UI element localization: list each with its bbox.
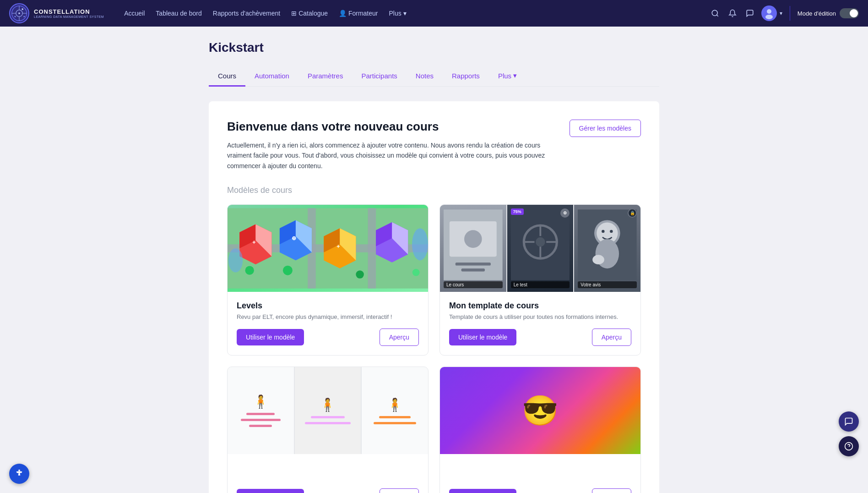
bottom-preview-1: 🧍 🧍 🧍 — [228, 367, 428, 454]
figure-icon: 🧍 — [253, 394, 269, 409]
svg-rect-17 — [368, 208, 376, 289]
manage-models-button[interactable]: Gérer les modèles — [570, 120, 641, 137]
chevron-down-icon: ▾ — [780, 10, 782, 16]
svg-text:+: + — [252, 239, 255, 246]
welcome-description: Actuellement, il n'y a rien ici, alors c… — [227, 140, 557, 171]
template-preview-button[interactable]: Aperçu — [592, 329, 631, 346]
nav-tableau[interactable]: Tableau de bord — [151, 7, 206, 20]
panel-cours-label: Le cours — [444, 281, 503, 288]
mode-edition: Mode d'édition — [797, 8, 859, 18]
tab-rapports[interactable]: Rapports — [443, 66, 489, 87]
card4-actions: Utiliser le modèle Aperçu — [449, 488, 631, 493]
grid-icon: ⊞ — [291, 10, 297, 17]
tab-automation[interactable]: Automation — [245, 66, 298, 87]
template-name: Mon template de cours — [449, 301, 631, 311]
card4-body: Utiliser le modèle Aperçu — [440, 454, 640, 493]
card3-preview-button[interactable]: Aperçu — [380, 488, 419, 493]
bp-panel-2: 🧍 — [295, 367, 361, 454]
template-panels: Le cours 75% ⚙ — [440, 205, 640, 292]
percent-badge: 75% — [511, 208, 524, 215]
card3-name — [237, 463, 419, 471]
svg-rect-43 — [461, 268, 485, 271]
svg-point-7 — [22, 8, 23, 10]
model-card-levels: + ⊕ + Levels Revu par ELT, encore plus d… — [227, 204, 429, 356]
template-desc: Template de cours à utiliser pour toutes… — [449, 313, 631, 320]
tab-participants[interactable]: Participants — [352, 66, 406, 87]
model-card-3: 🧍 🧍 🧍 — [227, 367, 429, 493]
svg-line-11 — [716, 15, 718, 16]
nav-formateur[interactable]: 👤 Formateur — [334, 7, 382, 20]
avatar — [761, 5, 777, 21]
nav-rapports[interactable]: Rapports d'achèvement — [208, 7, 285, 20]
mode-edition-toggle[interactable] — [840, 8, 859, 18]
chat-fab-button[interactable] — [839, 411, 859, 432]
nav-plus[interactable]: Plus ▾ — [385, 7, 411, 20]
svg-point-60 — [18, 470, 20, 471]
nav-links: Accueil Tableau de bord Rapports d'achèv… — [119, 7, 698, 20]
bp-panel-1: 🧍 — [228, 367, 294, 454]
levels-card-body: Levels Revu par ELT, encore plus dynamiq… — [228, 292, 428, 355]
card3-body: Utiliser le modèle Aperçu — [228, 454, 428, 493]
brand[interactable]: CONSTELLATION LEARNING DATA MANAGEMENT S… — [9, 3, 104, 23]
tab-cours[interactable]: Cours — [209, 66, 245, 87]
svg-point-33 — [412, 269, 420, 276]
welcome-title: Bienvenue dans votre nouveau cours — [227, 120, 557, 134]
template-use-button[interactable]: Utiliser le modèle — [449, 329, 516, 345]
template-panel-cours: Le cours — [440, 205, 506, 292]
levels-name: Levels — [237, 301, 419, 311]
card4-preview-button[interactable]: Aperçu — [592, 488, 631, 493]
search-button[interactable] — [709, 7, 721, 19]
navbar: CONSTELLATION LEARNING DATA MANAGEMENT S… — [0, 0, 868, 27]
welcome-text: Bienvenue dans votre nouveau cours Actue… — [227, 120, 557, 171]
model-card-4: 😎 Utiliser le modèle Aperçu — [439, 367, 641, 493]
user-menu[interactable]: ▾ — [761, 5, 782, 21]
svg-point-41 — [464, 230, 482, 248]
accessibility-button[interactable] — [9, 464, 29, 484]
nav-catalogue[interactable]: ⊞ Catalogue — [287, 7, 332, 20]
svg-point-9 — [23, 16, 25, 17]
svg-point-30 — [283, 266, 293, 275]
card3-use-button[interactable]: Utiliser le modèle — [237, 489, 304, 493]
figure-icon-3: 🧍 — [387, 397, 403, 412]
fab-container — [839, 411, 859, 456]
nav-accueil[interactable]: Accueil — [119, 7, 149, 20]
tab-parametres[interactable]: Paramètres — [298, 66, 353, 87]
svg-point-10 — [712, 10, 717, 16]
card4-use-button[interactable]: Utiliser le modèle — [449, 489, 516, 493]
navbar-right: ▾ Mode d'édition — [709, 5, 859, 21]
tabs: Cours Automation Paramètres Participants… — [209, 66, 659, 87]
chevron-down-icon: ▾ — [403, 10, 407, 17]
catalogue-label: Catalogue — [298, 10, 328, 17]
svg-point-38 — [228, 248, 243, 273]
svg-point-55 — [610, 230, 613, 233]
svg-text:+: + — [336, 243, 340, 250]
notification-button[interactable] — [727, 7, 738, 19]
formateur-label: Formateur — [348, 10, 378, 17]
model-card-template: Le cours 75% ⚙ — [439, 204, 641, 356]
brand-subtitle: LEARNING DATA MANAGEMENT SYSTEM — [34, 15, 104, 18]
person-icon: 👤 — [339, 10, 348, 17]
svg-point-12 — [767, 9, 771, 14]
tab-plus[interactable]: Plus ▾ — [489, 66, 526, 87]
bp-panel-3: 🧍 — [362, 367, 428, 454]
template-image: Le cours 75% ⚙ — [440, 205, 640, 292]
tab-notes[interactable]: Notes — [407, 66, 443, 87]
card4-desc — [449, 474, 631, 480]
mode-edition-label: Mode d'édition — [797, 10, 836, 17]
brand-text: CONSTELLATION LEARNING DATA MANAGEMENT S… — [34, 8, 104, 18]
card3-desc — [237, 474, 419, 480]
svg-point-32 — [245, 266, 254, 275]
svg-point-31 — [356, 270, 364, 279]
content-area: Bienvenue dans votre nouveau cours Actue… — [209, 101, 659, 493]
navbar-divider — [790, 6, 790, 21]
welcome-section: Bienvenue dans votre nouveau cours Actue… — [227, 120, 641, 171]
help-fab-button[interactable] — [839, 436, 859, 456]
levels-use-button[interactable]: Utiliser le modèle — [237, 329, 304, 345]
levels-desc: Revu par ELT, encore plus dynamique, imm… — [237, 313, 419, 320]
template-card-body: Mon template de cours Template de cours … — [440, 292, 640, 355]
chevron-down-icon: ▾ — [513, 71, 517, 80]
models-section-title: Modèles de cours — [227, 186, 641, 195]
panel-avis-label: Votre avis — [578, 281, 637, 288]
levels-preview-button[interactable]: Aperçu — [380, 329, 419, 346]
chat-button[interactable] — [744, 7, 756, 19]
